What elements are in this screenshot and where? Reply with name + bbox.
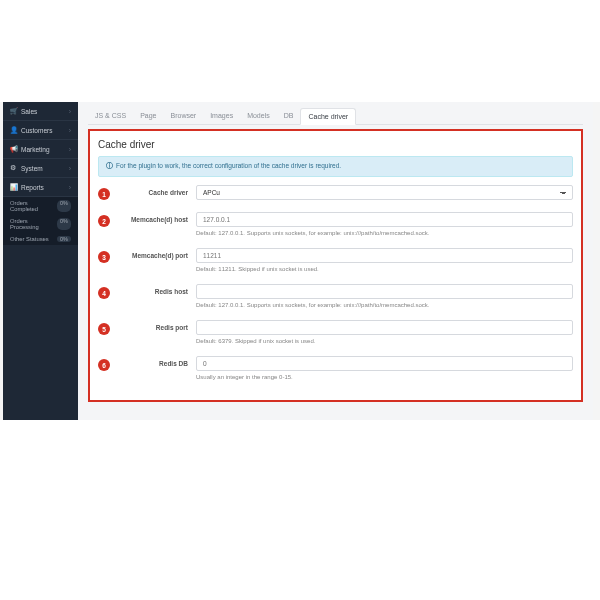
sidebar-item-reports[interactable]: 📊Reports› bbox=[3, 178, 78, 197]
submenu-label: Orders Processing bbox=[10, 218, 57, 230]
redis-host-input[interactable] bbox=[196, 284, 573, 299]
field-redis-host: 4 Redis host Default: 127.0.0.1. Support… bbox=[98, 284, 573, 308]
app-root: 🛒Sales› 👤Customers› 📢Marketing› ⚙System›… bbox=[0, 0, 600, 600]
step-badge: 2 bbox=[98, 215, 110, 227]
tab-page[interactable]: Page bbox=[133, 108, 163, 124]
panel-title: Cache driver bbox=[98, 139, 573, 150]
submenu-row-completed[interactable]: Orders Completed0% bbox=[3, 197, 78, 215]
field-redis-db: 6 Redis DB Usually an integer in the ran… bbox=[98, 356, 573, 380]
field-label: Redis host bbox=[118, 284, 188, 295]
tab-images[interactable]: Images bbox=[203, 108, 240, 124]
tab-db[interactable]: DB bbox=[277, 108, 301, 124]
sidebar-submenu: Orders Completed0% Orders Processing0% O… bbox=[3, 197, 78, 245]
main-content: JS & CSS Page Browser Images Models DB C… bbox=[78, 102, 593, 420]
field-hint: Usually an integer in the range 0-15. bbox=[196, 374, 573, 380]
submenu-count: 0% bbox=[57, 236, 71, 242]
chevron-right-icon: › bbox=[69, 127, 71, 134]
sidebar-item-customers[interactable]: 👤Customers› bbox=[3, 121, 78, 140]
sidebar-item-sales[interactable]: 🛒Sales› bbox=[3, 102, 78, 121]
memcache-host-input[interactable] bbox=[196, 212, 573, 227]
step-badge: 6 bbox=[98, 359, 110, 371]
sidebar-label: Sales bbox=[21, 108, 69, 115]
sidebar-list: 🛒Sales› 👤Customers› 📢Marketing› ⚙System›… bbox=[3, 102, 78, 197]
field-label: Memcache(d) host bbox=[118, 212, 188, 223]
cache-driver-panel: Cache driver ⓘFor the plugin to work, th… bbox=[88, 129, 583, 402]
field-label: Redis port bbox=[118, 320, 188, 331]
padding-bottom bbox=[0, 420, 600, 600]
sidebar-label: System bbox=[21, 165, 69, 172]
field-hint: Default: 11211. Skipped if unix socket i… bbox=[196, 266, 573, 272]
tabs: JS & CSS Page Browser Images Models DB C… bbox=[88, 108, 583, 125]
field-label: Redis DB bbox=[118, 356, 188, 367]
tab-js-css[interactable]: JS & CSS bbox=[88, 108, 133, 124]
submenu-count: 0% bbox=[57, 218, 71, 230]
chevron-right-icon: › bbox=[69, 146, 71, 153]
chart-icon: 📊 bbox=[10, 183, 18, 191]
field-memcache-port: 3 Memcache(d) port Default: 11211. Skipp… bbox=[98, 248, 573, 272]
submenu-label: Orders Completed bbox=[10, 200, 57, 212]
step-badge: 5 bbox=[98, 323, 110, 335]
field-redis-port: 5 Redis port Default: 6379. Skipped if u… bbox=[98, 320, 573, 344]
field-hint: Default: 6379. Skipped if unix socket is… bbox=[196, 338, 573, 344]
field-label: Cache driver bbox=[118, 185, 188, 196]
redis-port-input[interactable] bbox=[196, 320, 573, 335]
sidebar: 🛒Sales› 👤Customers› 📢Marketing› ⚙System›… bbox=[3, 102, 78, 420]
chevron-right-icon: › bbox=[69, 165, 71, 172]
submenu-row-other[interactable]: Other Statuses0% bbox=[3, 233, 78, 245]
info-alert: ⓘFor the plugin to work, the correct con… bbox=[98, 156, 573, 177]
sidebar-label: Reports bbox=[21, 184, 69, 191]
field-hint: Default: 127.0.0.1. Supports unix socket… bbox=[196, 302, 573, 308]
sidebar-item-marketing[interactable]: 📢Marketing› bbox=[3, 140, 78, 159]
tab-models[interactable]: Models bbox=[240, 108, 277, 124]
info-icon: ⓘ bbox=[106, 162, 113, 169]
cart-icon: 🛒 bbox=[10, 107, 18, 115]
cache-driver-select[interactable]: APCu bbox=[196, 185, 573, 200]
submenu-count: 0% bbox=[57, 200, 71, 212]
field-cache-driver: 1 Cache driver APCu bbox=[98, 185, 573, 200]
megaphone-icon: 📢 bbox=[10, 145, 18, 153]
memcache-port-input[interactable] bbox=[196, 248, 573, 263]
chevron-right-icon: › bbox=[69, 108, 71, 115]
tab-browser[interactable]: Browser bbox=[163, 108, 203, 124]
step-badge: 1 bbox=[98, 188, 110, 200]
user-icon: 👤 bbox=[10, 126, 18, 134]
submenu-row-processing[interactable]: Orders Processing0% bbox=[3, 215, 78, 233]
gear-icon: ⚙ bbox=[10, 164, 18, 172]
field-hint: Default: 127.0.0.1. Supports unix socket… bbox=[196, 230, 573, 236]
alert-text: For the plugin to work, the correct conf… bbox=[116, 162, 341, 169]
field-label: Memcache(d) port bbox=[118, 248, 188, 259]
field-memcache-host: 2 Memcache(d) host Default: 127.0.0.1. S… bbox=[98, 212, 573, 236]
sidebar-item-system[interactable]: ⚙System› bbox=[3, 159, 78, 178]
chevron-right-icon: › bbox=[69, 184, 71, 191]
step-badge: 4 bbox=[98, 287, 110, 299]
app-shell: 🛒Sales› 👤Customers› 📢Marketing› ⚙System›… bbox=[3, 102, 593, 420]
sidebar-label: Customers bbox=[21, 127, 69, 134]
sidebar-label: Marketing bbox=[21, 146, 69, 153]
padding-top bbox=[0, 0, 600, 102]
redis-db-input[interactable] bbox=[196, 356, 573, 371]
step-badge: 3 bbox=[98, 251, 110, 263]
submenu-label: Other Statuses bbox=[10, 236, 49, 242]
tab-cache-driver[interactable]: Cache driver bbox=[300, 108, 356, 125]
